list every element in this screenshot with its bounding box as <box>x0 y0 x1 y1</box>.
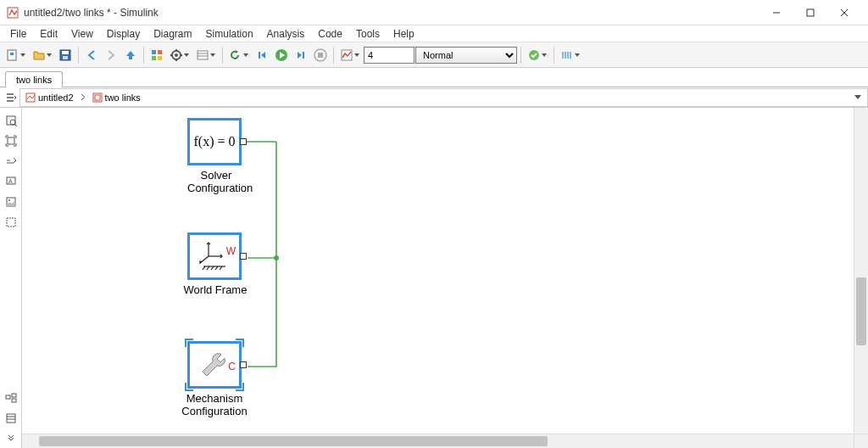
up-button[interactable] <box>121 46 140 64</box>
annotation-icon[interactable]: A <box>2 172 20 191</box>
breadcrumb-sep-icon <box>79 93 87 101</box>
step-back-button[interactable] <box>253 46 271 64</box>
block-world-frame[interactable]: W World Frame <box>187 232 245 296</box>
svg-line-59 <box>211 266 214 270</box>
svg-rect-47 <box>12 394 16 397</box>
image-icon[interactable] <box>2 193 20 211</box>
svg-text:A: A <box>8 178 13 184</box>
run-button[interactable] <box>272 46 291 64</box>
menu-diagram[interactable]: Diagram <box>147 26 198 42</box>
hide-palette-button[interactable] <box>0 88 20 107</box>
block-mechanism-configuration[interactable]: C Mechanism Configuration <box>187 341 245 417</box>
zoom-icon[interactable] <box>2 152 20 171</box>
svg-rect-23 <box>259 52 260 59</box>
breadcrumb-child-label: two links <box>105 92 141 103</box>
horizontal-scrollbar[interactable] <box>22 434 854 448</box>
svg-rect-13 <box>158 56 162 60</box>
model-explorer-button[interactable] <box>193 46 219 64</box>
minimize-button[interactable] <box>760 2 793 24</box>
palette: A <box>0 108 22 448</box>
svg-rect-27 <box>318 53 323 58</box>
forward-button[interactable] <box>102 46 120 64</box>
svg-rect-49 <box>7 414 15 423</box>
svg-rect-10 <box>152 50 156 54</box>
menu-file[interactable]: File <box>3 26 33 42</box>
menu-display[interactable]: Display <box>100 26 147 42</box>
svg-line-58 <box>207 266 209 270</box>
library-browser-button[interactable] <box>147 46 166 64</box>
block-world-port[interactable] <box>240 253 247 260</box>
svg-rect-48 <box>12 399 16 402</box>
svg-rect-40 <box>8 137 14 144</box>
menu-help[interactable]: Help <box>387 26 421 42</box>
maximize-button[interactable] <box>793 2 827 24</box>
step-forward-button[interactable] <box>292 46 310 64</box>
svg-rect-20 <box>198 51 208 59</box>
menu-simulation[interactable]: Simulation <box>199 26 260 42</box>
block-world-label: World Frame <box>177 283 253 296</box>
update-diagram-button[interactable] <box>525 46 550 64</box>
svg-line-57 <box>203 266 205 270</box>
model-icon <box>25 92 36 103</box>
back-button[interactable] <box>82 46 101 64</box>
viewmarks-icon[interactable] <box>2 389 20 407</box>
close-button[interactable] <box>827 2 861 24</box>
svg-rect-2 <box>807 9 814 16</box>
workspace: A <box>0 108 868 448</box>
svg-rect-34 <box>26 93 35 102</box>
block-mech-port[interactable] <box>240 361 247 368</box>
subsystem-icon <box>92 92 103 103</box>
breadcrumb-root[interactable]: untitled2 <box>22 92 77 103</box>
expand-icon[interactable] <box>2 429 20 448</box>
block-mech-label: Mechanism Configuration <box>172 392 257 417</box>
area-icon[interactable] <box>2 213 20 232</box>
svg-rect-9 <box>63 56 68 59</box>
world-badge: W <box>226 245 236 257</box>
breadcrumb-root-label: untitled2 <box>38 92 74 103</box>
menubar: File Edit View Display Diagram Simulatio… <box>0 25 868 42</box>
breadcrumb: untitled2 two links <box>20 88 868 107</box>
menu-analysis[interactable]: Analysis <box>260 26 312 42</box>
canvas[interactable]: f(x) = 0 Solver Configuration <box>22 108 868 448</box>
svg-rect-11 <box>158 50 162 54</box>
stop-time-input[interactable] <box>364 47 415 64</box>
modelbar: untitled2 two links <box>0 87 868 108</box>
wires <box>22 108 868 447</box>
block-solver-text: f(x) = 0 <box>193 134 235 149</box>
model-config-button[interactable] <box>167 46 192 64</box>
menu-code[interactable]: Code <box>311 26 349 42</box>
open-button[interactable] <box>30 46 55 64</box>
menu-tools[interactable]: Tools <box>349 26 387 42</box>
block-solver-port[interactable] <box>240 138 247 145</box>
breadcrumb-dropdown-icon[interactable] <box>850 90 865 105</box>
svg-line-61 <box>220 266 222 270</box>
svg-rect-46 <box>6 395 10 399</box>
stop-button[interactable] <box>311 46 330 64</box>
fit-view-icon[interactable] <box>2 132 20 150</box>
menu-edit[interactable]: Edit <box>33 26 64 42</box>
svg-line-60 <box>215 266 218 270</box>
vertical-scrollbar[interactable] <box>854 108 868 434</box>
browser-toggle-icon[interactable] <box>2 111 20 130</box>
simulink-appicon <box>7 7 19 19</box>
svg-rect-25 <box>303 52 304 59</box>
fast-restart-button[interactable] <box>226 46 252 64</box>
schedule-button[interactable] <box>558 46 583 64</box>
data-inspector-button[interactable] <box>337 46 363 64</box>
svg-rect-12 <box>152 56 156 60</box>
svg-point-52 <box>274 255 279 260</box>
titlebar: untitled2/two links * - Simulink <box>0 0 868 25</box>
menu-view[interactable]: View <box>64 26 100 42</box>
property-inspector-icon[interactable] <box>2 409 20 428</box>
sim-mode-select[interactable]: Normal <box>415 47 517 64</box>
scroll-corner <box>854 434 868 448</box>
save-button[interactable] <box>56 46 75 64</box>
svg-point-44 <box>8 199 10 201</box>
svg-rect-6 <box>10 53 14 55</box>
tab-model[interactable]: two links <box>5 71 63 87</box>
svg-rect-45 <box>7 218 15 227</box>
block-solver-configuration[interactable]: f(x) = 0 Solver Configuration <box>187 118 245 194</box>
new-model-button[interactable] <box>3 46 29 64</box>
mech-badge: C <box>228 361 236 372</box>
breadcrumb-child[interactable]: two links <box>89 92 144 103</box>
